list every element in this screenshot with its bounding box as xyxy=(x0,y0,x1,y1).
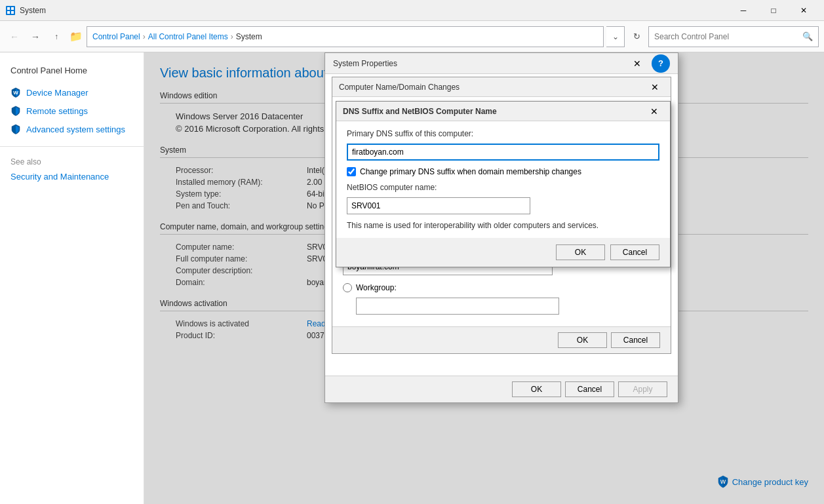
sidebar-item-remote[interactable]: Remote settings xyxy=(0,102,144,120)
breadcrumb-current: System xyxy=(236,32,262,41)
system-props-titlebar: System Properties ✕ ? xyxy=(325,53,678,74)
sidebar-link-security[interactable]: Security and Maintenance xyxy=(0,169,144,184)
dns-primary-input[interactable] xyxy=(347,144,659,161)
svg-rect-2 xyxy=(11,7,14,10)
sp-ok-button[interactable]: OK xyxy=(512,381,561,397)
dns-checkbox-row: Change primary DNS suffix when domain me… xyxy=(347,167,659,176)
system-props-content: Computer Name/Domain Changes ✕ DNS Suffi… xyxy=(325,74,678,376)
breadcrumb: Control Panel › All Control Panel Items … xyxy=(92,32,262,41)
dns-cancel-button[interactable]: Cancel xyxy=(610,244,659,260)
shield-icon-advanced xyxy=(10,124,21,134)
cn-workgroup-radio-row: Workgroup: xyxy=(343,283,660,292)
window-title: System xyxy=(20,6,728,15)
cn-workgroup-label: Workgroup: xyxy=(356,283,397,292)
dns-checkbox[interactable] xyxy=(347,167,356,176)
cn-title: Computer Name/Domain Changes xyxy=(339,83,646,92)
svg-rect-1 xyxy=(7,7,10,10)
dns-body: Primary DNS suffix of this computer: Cha… xyxy=(336,121,670,238)
system-props-title: System Properties xyxy=(333,59,628,68)
dns-primary-label: Primary DNS suffix of this computer: xyxy=(347,129,659,138)
folder-icon: 📁 xyxy=(69,30,83,43)
shield-icon-device: W xyxy=(10,87,21,98)
address-chevron[interactable]: ⌄ xyxy=(606,26,625,47)
sidebar-item-label-advanced: Advanced system settings xyxy=(26,125,125,134)
dns-checkbox-label: Change primary DNS suffix when domain me… xyxy=(360,167,581,176)
netbios-input[interactable] xyxy=(347,197,530,214)
help-button[interactable]: ? xyxy=(652,54,670,73)
search-icon: 🔍 xyxy=(802,31,813,41)
netbios-label: NetBIOS computer name: xyxy=(347,183,659,192)
computer-name-dialog: Computer Name/Domain Changes ✕ DNS Suffi… xyxy=(332,77,671,354)
sidebar-item-advanced[interactable]: Advanced system settings xyxy=(0,120,144,138)
sidebar-item-label-remote: Remote settings xyxy=(26,106,88,116)
cn-workgroup-radio[interactable] xyxy=(343,283,352,292)
maximize-button[interactable]: □ xyxy=(758,0,789,21)
sidebar-seealso: See also xyxy=(0,155,144,169)
back-button[interactable]: ← xyxy=(5,28,24,46)
refresh-button[interactable]: ↻ xyxy=(627,28,646,46)
netbios-section: NetBIOS computer name: xyxy=(347,183,659,214)
dns-ok-button[interactable]: OK xyxy=(556,244,605,260)
up-button[interactable]: ↑ xyxy=(47,28,66,46)
address-box[interactable]: Control Panel › All Control Panel Items … xyxy=(87,26,604,47)
cn-cancel-button[interactable]: Cancel xyxy=(611,332,660,348)
dns-title: DNS Suffix and NetBIOS Computer Name xyxy=(343,107,645,116)
cn-close[interactable]: ✕ xyxy=(646,78,664,96)
content-area: View basic information about your comput… xyxy=(144,52,824,504)
svg-rect-3 xyxy=(7,11,10,14)
breadcrumb-all-items[interactable]: All Control Panel Items xyxy=(148,32,228,41)
window-icon xyxy=(5,5,16,16)
svg-rect-4 xyxy=(11,11,14,14)
svg-text:W: W xyxy=(13,90,18,96)
dns-info-text: This name is used for interoperability w… xyxy=(347,221,659,230)
search-input[interactable] xyxy=(654,32,802,41)
dns-footer: OK Cancel xyxy=(336,238,670,267)
system-props-footer: OK Cancel Apply xyxy=(325,376,678,402)
system-props-close[interactable]: ✕ xyxy=(628,54,646,73)
sidebar-item-device-manager[interactable]: W Device Manager xyxy=(0,83,144,102)
addressbar: ← → ↑ 📁 Control Panel › All Control Pane… xyxy=(0,21,824,52)
system-properties-dialog: System Properties ✕ ? Computer Name/Doma… xyxy=(324,52,678,403)
main-area: Control Panel Home W Device Manager Remo… xyxy=(0,52,824,504)
sp-cancel-button[interactable]: Cancel xyxy=(565,381,614,397)
sidebar: Control Panel Home W Device Manager Remo… xyxy=(0,52,144,504)
dns-suffix-dialog: DNS Suffix and NetBIOS Computer Name ✕ P… xyxy=(336,101,671,267)
search-box: 🔍 xyxy=(648,26,819,47)
cn-footer: OK Cancel xyxy=(332,326,671,353)
sidebar-home[interactable]: Control Panel Home xyxy=(0,63,144,78)
cn-titlebar: Computer Name/Domain Changes ✕ xyxy=(332,77,671,97)
cn-content: DNS Suffix and NetBIOS Computer Name ✕ P… xyxy=(332,97,671,326)
sidebar-item-label-device: Device Manager xyxy=(26,88,88,98)
titlebar: System ─ □ ✕ xyxy=(0,0,824,21)
shield-icon-remote xyxy=(10,106,21,116)
sidebar-divider xyxy=(0,146,144,147)
close-button[interactable]: ✕ xyxy=(789,0,819,21)
cn-ok-button[interactable]: OK xyxy=(558,332,607,348)
breadcrumb-control-panel[interactable]: Control Panel xyxy=(92,32,140,41)
dns-close[interactable]: ✕ xyxy=(645,102,663,121)
cn-workgroup-input[interactable] xyxy=(356,298,559,315)
window-controls: ─ □ ✕ xyxy=(728,0,819,21)
minimize-button[interactable]: ─ xyxy=(728,0,758,21)
forward-button[interactable]: → xyxy=(26,28,45,46)
dns-titlebar: DNS Suffix and NetBIOS Computer Name ✕ xyxy=(336,102,670,121)
sp-apply-button[interactable]: Apply xyxy=(618,381,667,397)
